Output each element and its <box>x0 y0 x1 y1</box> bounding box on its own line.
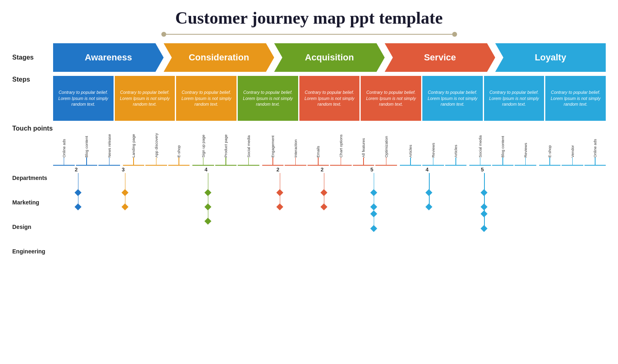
touchpoint-text: Emails <box>316 125 320 158</box>
dept-diamond-marketing <box>204 204 211 211</box>
touchpoint-item: Chart options <box>330 125 352 166</box>
dept-diamond-marketing <box>74 204 81 211</box>
dept-diamond-dept <box>426 189 433 196</box>
touchpoint-connector <box>225 158 226 165</box>
touchpoint-item: Sign up page <box>192 125 214 166</box>
touchpoint-item: Product page <box>215 125 237 166</box>
dept-label-departments: Departments <box>12 166 53 190</box>
touchpoint-connector <box>341 158 341 165</box>
stage-consideration: Consideration <box>164 43 274 72</box>
touchpoint-item: Emails <box>308 125 329 166</box>
dept-diamond-dept <box>204 189 211 196</box>
touchpoint-connector <box>203 158 204 165</box>
touchpoint-item: Social media <box>238 125 259 166</box>
dept-label-engineering: Engineering <box>12 239 53 264</box>
dept-number: 2 <box>277 166 279 173</box>
touchpoints-row: Touch points Online adsBlog contentNews … <box>12 125 606 166</box>
dept-diamond-dept <box>481 189 488 196</box>
touchpoint-text: E-shop <box>547 125 552 158</box>
touchpoint-connector <box>318 158 319 165</box>
stage-awareness: Awareness <box>53 43 164 72</box>
step-box-2: Contrary to popular belief. Lorem Ipsum … <box>176 76 236 121</box>
touchpoint-item: E-shop <box>539 125 561 166</box>
dept-column: 2 <box>78 166 79 239</box>
dept-diamond-design <box>481 211 488 218</box>
touchpoint-connector <box>410 158 411 165</box>
dept-number: 2 <box>321 166 324 173</box>
touchpoint-item: Vendor <box>562 125 583 166</box>
touchpoints-container: Online adsBlog contentNews releaseLandin… <box>53 125 606 166</box>
dept-diamond-dept <box>370 189 377 196</box>
dept-diamond-dept <box>276 189 283 196</box>
touchpoint-item: Engagement <box>262 125 284 166</box>
touchpoint-text: Engagement <box>270 125 275 158</box>
dept-column: 4 <box>208 166 209 239</box>
touchpoint-connector <box>272 158 273 165</box>
touchpoint-item: Reviews <box>422 125 444 166</box>
timeline-bar <box>12 32 606 37</box>
touchpoint-text: Reviews <box>523 125 528 158</box>
touchpoint-text: Articles <box>408 125 413 158</box>
dept-number: 3 <box>122 166 125 173</box>
dept-column: 4 <box>429 166 430 239</box>
touchpoint-item: News release <box>98 125 120 166</box>
touchpoint-item: Social media <box>469 125 491 166</box>
stages-row: Stages AwarenessConsiderationAcquisition… <box>12 43 606 72</box>
touchpoint-text: Blog content <box>500 125 505 158</box>
touchpoint-connector <box>133 158 134 165</box>
touchpoint-text: Reviews <box>431 125 435 158</box>
touchpoint-connector <box>455 158 456 165</box>
stage-service: Service <box>385 43 495 72</box>
touchpoint-item: App discovery <box>145 125 167 166</box>
dept-diamond-marketing <box>320 204 327 211</box>
touchpoint-text: Articles <box>453 125 458 158</box>
touchpoint-text: Online ads <box>62 125 66 158</box>
dept-label-marketing: Marketing <box>12 190 53 215</box>
dept-column: 2 <box>280 166 281 239</box>
touchpoint-text: Optimization <box>384 125 388 158</box>
touchpoint-item: Optimization <box>375 125 397 166</box>
touchpoint-item: Reviews <box>515 125 536 166</box>
touchpoint-text: Social media <box>246 125 251 158</box>
touchpoint-text: Sign up page <box>201 125 205 158</box>
timeline-line <box>166 34 452 35</box>
timeline-dot-left <box>161 32 166 37</box>
dept-number: 5 <box>481 166 484 173</box>
dept-line <box>484 173 485 229</box>
touchpoint-item: Blog content <box>76 125 98 166</box>
touchpoint-text: Social media <box>478 125 482 158</box>
dept-diamond-dept <box>320 189 327 196</box>
dept-column: 3 <box>125 166 126 239</box>
step-box-6: Contrary to popular belief. Lorem Ipsum … <box>422 76 483 121</box>
dept-labels: Departments Marketing Design Engineering <box>12 166 53 264</box>
touchpoint-text: Chart options <box>339 125 343 158</box>
dept-diamond-engineering <box>370 225 377 232</box>
steps-container: Contrary to popular belief. Lorem Ipsum … <box>53 76 606 121</box>
touchpoint-connector <box>109 158 110 165</box>
touchpoint-text: App discovery <box>154 125 158 158</box>
touchpoint-item: E-shop <box>168 125 190 166</box>
touchpoint-connector <box>480 158 481 165</box>
dept-line <box>208 173 209 222</box>
step-box-0: Contrary to popular belief. Lorem Ipsum … <box>53 76 114 121</box>
touchpoint-connector <box>295 158 296 165</box>
dept-diamond-marketing <box>481 204 488 211</box>
touchpoint-text: Blog content <box>84 125 89 158</box>
dept-diamond-dept <box>74 189 81 196</box>
dept-number: 2 <box>75 166 78 173</box>
dept-column: 5 <box>484 166 485 239</box>
dept-line <box>374 173 375 229</box>
touchpoint-text: Online ads <box>593 125 597 158</box>
dept-column: 5 <box>374 166 375 239</box>
touchpoint-connector <box>502 158 503 165</box>
touchpoint-item: Online ads <box>53 125 75 166</box>
touchpoint-item: Articles <box>445 125 467 166</box>
step-box-5: Contrary to popular belief. Lorem Ipsum … <box>361 76 421 121</box>
dept-diamond-dept <box>121 189 128 196</box>
touchpoint-text: Vendor <box>570 125 575 158</box>
dept-chart: 23422545 <box>53 166 606 239</box>
touchpoint-text: Product page <box>223 125 228 158</box>
touchpoint-connector <box>525 158 526 165</box>
touchpoint-item: Articles <box>400 125 422 166</box>
touchpoint-connector <box>549 158 550 165</box>
